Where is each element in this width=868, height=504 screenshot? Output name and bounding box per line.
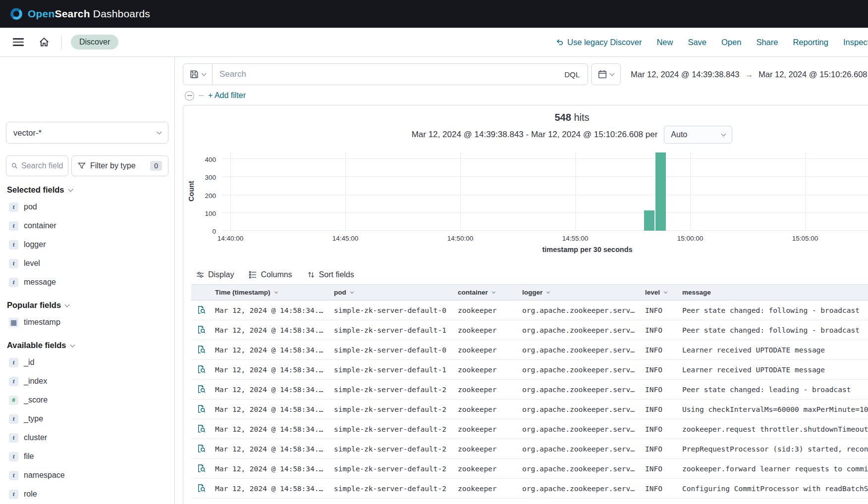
selected-fields-title: Selected fields (7, 185, 64, 195)
index-pattern-selector[interactable]: vector-* (6, 122, 168, 144)
saved-query-button[interactable] (183, 64, 213, 85)
home-icon[interactable] (39, 37, 50, 48)
field-item[interactable]: t cluster (6, 428, 168, 447)
field-search-input[interactable] (21, 161, 63, 170)
menu-icon[interactable] (13, 38, 24, 46)
column-header-pod[interactable]: pod (330, 289, 454, 296)
field-item[interactable]: t role (6, 485, 168, 504)
field-item[interactable]: t _type (6, 409, 168, 428)
table-row: Mar 12, 2024 @ 14:58:34.… simple-zk-serv… (191, 380, 868, 400)
cell-logger: org.apache.zookeeper.serv… (518, 425, 641, 433)
add-filter-link[interactable]: + Add filter (208, 91, 246, 100)
inspect-document-icon[interactable] (197, 326, 206, 334)
histogram-plot[interactable]: 010020030040014:40:0014:45:0014:50:0014:… (222, 152, 868, 231)
calendar-icon (598, 70, 607, 79)
selected-fields-header[interactable]: Selected fields (6, 185, 168, 195)
field-item[interactable]: t logger (6, 235, 168, 254)
cell-logger: org.apache.zookeeper.serv… (518, 326, 641, 334)
histogram-bar[interactable] (644, 210, 654, 231)
columns-icon (249, 271, 257, 279)
available-fields-header[interactable]: Available fields (6, 341, 168, 350)
x-tick-label: 14:40:00 (217, 235, 244, 242)
cell-container: zookeeper (454, 485, 518, 493)
column-header-time[interactable]: Time (timestamp) (211, 289, 330, 296)
cell-message: Learner received UPTODATE message (678, 346, 868, 354)
sort-fields-button[interactable]: Sort fields (307, 270, 354, 279)
filter-bar: + Add filter (185, 90, 868, 101)
inspect-document-icon[interactable] (197, 385, 206, 394)
chevron-down-icon (610, 71, 615, 76)
inspect-document-icon[interactable] (197, 405, 206, 413)
inspect-document-icon[interactable] (197, 425, 206, 433)
gridline (222, 212, 868, 213)
cell-pod: simple-zk-server-default-2 (330, 386, 454, 394)
cell-time: Mar 12, 2024 @ 14:58:34.… (211, 366, 330, 374)
column-header-container[interactable]: container (454, 289, 518, 296)
query-language-button[interactable]: DQL (556, 64, 588, 85)
inspect-document-icon[interactable] (197, 464, 206, 473)
nav-link[interactable]: New (656, 38, 673, 47)
popular-fields-header[interactable]: Popular fields (6, 301, 168, 310)
histogram-bar[interactable] (655, 152, 666, 231)
hits-header: 548 hits (183, 105, 868, 123)
field-item[interactable]: ▦ timestamp (6, 313, 168, 332)
column-label: level (645, 289, 660, 296)
field-item[interactable]: t _id (6, 353, 168, 372)
y-tick-label: 0 (194, 228, 216, 235)
field-item[interactable]: t message (6, 273, 168, 292)
nav-link[interactable]: Reporting (793, 38, 828, 47)
field-type-icon: t (9, 278, 18, 287)
cell-logger: org.apache.zookeeper.serv… (518, 306, 641, 314)
opensearch-logo-icon (10, 7, 23, 20)
use-legacy-discover-link[interactable]: Use legacy Discover (556, 38, 642, 47)
inspect-document-icon[interactable] (197, 365, 206, 374)
filter-options-icon[interactable] (185, 91, 194, 101)
field-item[interactable]: t _index (6, 372, 168, 391)
chevron-down-icon (664, 290, 667, 294)
cell-pod: simple-zk-server-default-2 (330, 445, 454, 453)
field-item[interactable]: t level (6, 254, 168, 273)
opensearch-logo[interactable]: OpenSearch Dashboards (10, 7, 150, 20)
table-row: Mar 12, 2024 @ 14:58:34.… simple-zk-serv… (191, 360, 868, 380)
search-input[interactable] (213, 64, 556, 85)
field-item[interactable]: t file (6, 447, 168, 466)
field-type-icon: t (9, 490, 18, 499)
histogram-chart: Count 010020030040014:40:0014:45:0014:50… (183, 145, 868, 263)
inspect-document-icon[interactable] (197, 484, 206, 493)
filter-by-type-button[interactable]: Filter by type 0 (71, 155, 168, 176)
date-range[interactable]: Mar 12, 2024 @ 14:39:38.843 → Mar 12, 20… (631, 70, 868, 79)
global-nav: Discover Use legacy Discover NewSaveOpen… (0, 28, 868, 57)
x-tick-label: 14:50:00 (447, 235, 474, 242)
display-button[interactable]: Display (196, 270, 234, 279)
date-picker-button[interactable] (591, 63, 621, 85)
cell-time: Mar 12, 2024 @ 14:58:34.… (211, 425, 330, 433)
interval-select[interactable]: Auto (664, 126, 732, 144)
cell-level: INFO (641, 326, 678, 334)
column-header-logger[interactable]: logger (518, 289, 641, 296)
cell-message: Using checkIntervalMs=60000 maxPerMinute… (678, 405, 868, 413)
gridline (345, 152, 346, 231)
column-header-level[interactable]: level (641, 289, 678, 296)
field-item[interactable]: t namespace (6, 466, 168, 485)
field-item[interactable]: t container (6, 216, 168, 235)
nav-link[interactable]: Inspect (843, 38, 868, 47)
cell-container: zookeeper (454, 445, 518, 453)
field-name: level (24, 259, 40, 268)
search-icon (11, 162, 18, 170)
nav-link[interactable]: Save (688, 38, 706, 47)
hits-label: hits (574, 112, 589, 123)
inspect-document-icon[interactable] (197, 346, 206, 354)
columns-button[interactable]: Columns (249, 270, 292, 279)
cell-message: zookeeper.request_throttler.shutdownTime… (678, 425, 868, 433)
field-type-icon: t (9, 414, 18, 424)
field-item[interactable]: t pod (6, 198, 168, 216)
inspect-document-icon[interactable] (197, 306, 206, 314)
x-tick-label: 14:45:00 (332, 235, 359, 242)
nav-link[interactable]: Share (756, 38, 778, 47)
column-header-message[interactable]: message (678, 289, 868, 296)
nav-link[interactable]: Open (721, 38, 741, 47)
field-item[interactable]: # _score (6, 391, 168, 409)
table-row: Mar 12, 2024 @ 14:58:34.… simple-zk-serv… (191, 439, 868, 459)
inspect-document-icon[interactable] (197, 445, 206, 453)
cell-container: zookeeper (454, 306, 518, 314)
